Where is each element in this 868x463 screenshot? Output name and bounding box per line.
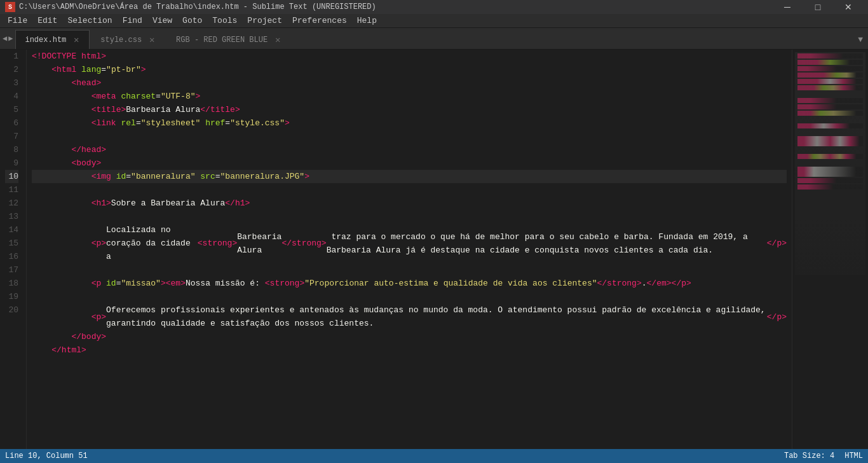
line-num-16: 16 (5, 250, 18, 263)
line-num-7: 7 (5, 130, 18, 143)
code-line-12: <h1>Sobre a Barbearia Alura</h1> (32, 197, 787, 210)
line-num-5: 5 (5, 103, 18, 116)
window-title: C:\Users\ADM\OneDrive\Área de Trabalho\i… (19, 3, 773, 11)
code-line-10: <img id="banneralura" src="banneralura.J… (32, 170, 787, 183)
line-num-19: 19 (5, 290, 18, 303)
tab-label: RGB - RED GREEN BLUE (176, 36, 268, 45)
code-line-20: </html> (32, 343, 787, 357)
line-num-18: 18 (5, 277, 18, 290)
line-num-3: 3 (5, 76, 18, 90)
line-num-13: 13 (5, 210, 18, 223)
menu-find[interactable]: Find (118, 14, 147, 28)
code-line-8: </head> (32, 143, 787, 156)
close-button[interactable]: ✕ (834, 0, 863, 14)
line-num-15: 15 (5, 237, 18, 250)
maximize-button[interactable]: □ (803, 0, 832, 14)
code-line-7 (32, 130, 787, 143)
tab-rgb[interactable]: RGB - RED GREEN BLUE ✕ (166, 30, 291, 49)
code-line-13 (32, 210, 787, 223)
statusbar-right: Tab Size: 4 HTML (784, 452, 863, 460)
app-icon: S (5, 2, 15, 12)
status-position: Line 10, Column 51 (5, 452, 88, 460)
menu-file[interactable]: File (3, 14, 32, 28)
tab-label: style.css (100, 36, 142, 45)
menu-selection[interactable]: Selection (62, 14, 117, 28)
tab-close-style-css[interactable]: ✕ (147, 35, 157, 45)
code-token: <!DOCTYPE html> (32, 50, 106, 63)
editor: 1 2 3 4 5 6 7 8 9 10 11 12 13 14 15 16 1… (0, 50, 868, 449)
code-line-9: <body> (32, 156, 787, 170)
status-tab-size[interactable]: Tab Size: 4 (784, 452, 834, 460)
line-num-10: 10 (5, 170, 18, 183)
menu-goto[interactable]: Goto (177, 14, 207, 28)
code-line-5: <title>Barbearia Alura</title> (32, 103, 787, 116)
tab-overflow-button[interactable]: ▼ (853, 30, 868, 49)
line-num-14: 14 (5, 223, 18, 237)
code-line-1: <!DOCTYPE html> (32, 50, 787, 63)
line-num-1: 1 (5, 50, 18, 63)
code-line-18: <p>Oferecemos profissionais experientes … (32, 303, 787, 330)
code-line-16: <p id="missao"><em>Nossa missão é: <stro… (32, 277, 787, 290)
menu-tools[interactable]: Tools (207, 14, 242, 28)
tab-style-css[interactable]: style.css ✕ (91, 30, 165, 49)
menu-edit[interactable]: Edit (32, 14, 62, 28)
code-line-14: <p>Localizada no coração da cidade a <st… (32, 223, 787, 263)
window-controls: ─ □ ✕ (773, 0, 863, 14)
code-line-11 (32, 183, 787, 197)
code-line-15 (32, 263, 787, 277)
tab-close-rgb[interactable]: ✕ (273, 35, 283, 45)
line-num-9: 9 (5, 156, 18, 170)
code-line-2: <html lang="pt-br"> (32, 63, 787, 76)
menu-help[interactable]: Help (352, 14, 382, 28)
code-area[interactable]: <!DOCTYPE html> <html lang="pt-br"> <hea… (27, 50, 792, 449)
tab-next-arrow[interactable]: ▶ (8, 34, 13, 43)
line-num-11: 11 (5, 183, 18, 197)
line-num-6: 6 (5, 116, 18, 130)
statusbar: Line 10, Column 51 Tab Size: 4 HTML (0, 449, 868, 463)
minimize-button[interactable]: ─ (773, 0, 802, 14)
minimap (792, 50, 868, 449)
line-num-8: 8 (5, 143, 18, 156)
menu-project[interactable]: Project (242, 14, 287, 28)
line-numbers: 1 2 3 4 5 6 7 8 9 10 11 12 13 14 15 16 1… (0, 50, 27, 449)
tab-label: index.htm (25, 36, 66, 45)
line-num-20: 20 (5, 303, 18, 317)
menubar: File Edit Selection Find View Goto Tools… (0, 14, 868, 28)
code-line-17 (32, 290, 787, 303)
line-num-17: 17 (5, 263, 18, 277)
code-line-6: <link rel="stylesheet" href="style.css"> (32, 116, 787, 130)
minimap-content (792, 50, 868, 277)
line-num-4: 4 (5, 90, 18, 103)
code-line-4: <meta charset="UTF-8"> (32, 90, 787, 103)
code-line-3: <head> (32, 76, 787, 90)
tabbar: ◀ ▶ index.htm ✕ style.css ✕ RGB - RED GR… (0, 28, 868, 50)
tab-prev-arrow[interactable]: ◀ (3, 34, 7, 43)
line-num-12: 12 (5, 197, 18, 210)
tab-index-htm[interactable]: index.htm ✕ (15, 30, 90, 49)
status-language[interactable]: HTML (844, 452, 863, 460)
tab-arrows: ◀ ▶ (0, 27, 15, 49)
tab-close-index-htm[interactable]: ✕ (71, 35, 81, 45)
titlebar: S C:\Users\ADM\OneDrive\Área de Trabalho… (0, 0, 868, 14)
menu-view[interactable]: View (147, 14, 177, 28)
code-line-19: </body> (32, 330, 787, 343)
menu-preferences[interactable]: Preferences (287, 14, 352, 28)
line-num-2: 2 (5, 63, 18, 76)
